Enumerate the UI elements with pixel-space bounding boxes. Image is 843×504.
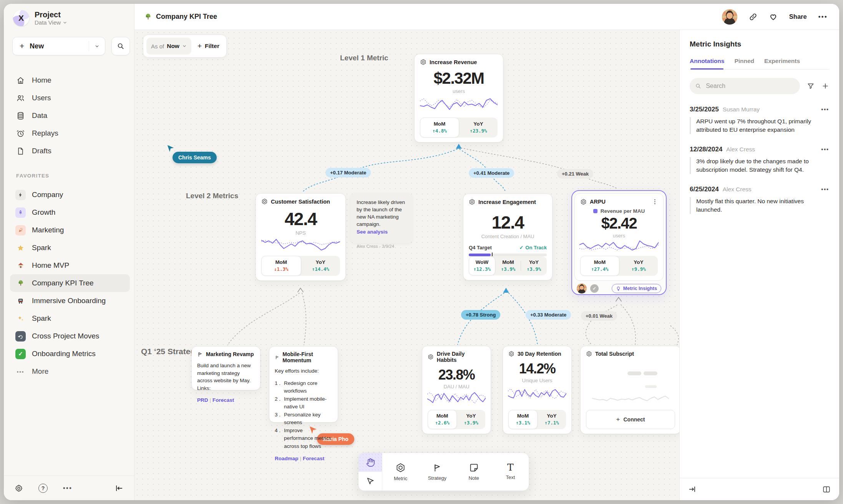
sidebar-item-company[interactable]: Company <box>10 186 130 204</box>
sidebar-item-drafts[interactable]: Drafts <box>10 142 130 160</box>
metric-card-arpu[interactable]: ARPU ⋮ Revenue per MAU $2.42 users MoM ↑… <box>574 193 664 281</box>
metric-value: $2.32M <box>420 69 498 88</box>
sidebar-item-marketing[interactable]: Marketing <box>10 221 130 239</box>
stat-chip-mom[interactable]: MoM ↑27.4% <box>580 256 619 276</box>
see-analysis-link[interactable]: See analysis <box>357 228 406 235</box>
metric-hexagon-icon <box>428 354 434 360</box>
metric-hexagon-icon <box>469 199 475 205</box>
annotations-search[interactable] <box>690 78 800 94</box>
panel-footer <box>680 478 839 500</box>
sidebar-item-spark-2[interactable]: Spark <box>10 310 130 327</box>
tab-experiments[interactable]: Experiments <box>764 58 800 69</box>
stat-chip-yoy[interactable]: YoY ↑14.4% <box>301 256 340 276</box>
sidebar-item-spark[interactable]: Spark <box>10 239 130 257</box>
select-tool[interactable] <box>358 472 382 491</box>
strategy-intro: Key efforts include: <box>275 367 332 375</box>
plus-icon: + <box>197 42 202 50</box>
split-view-icon[interactable] <box>822 485 831 494</box>
strategy-card-marketing-revamp[interactable]: Marketing Revamp Build and launch a new … <box>191 346 261 390</box>
stat-chip-mom[interactable]: MoM ↑4.8% <box>420 118 459 138</box>
metric-card-customer-satisfaction[interactable]: Customer Satisfaction 42.4 NPS MoM ↓1.3%… <box>256 193 346 281</box>
project-switcher[interactable]: X Project Data View <box>13 10 67 26</box>
filter-funnel-icon[interactable] <box>807 82 815 90</box>
add-annotation-icon[interactable] <box>821 82 829 90</box>
stat-chip-yoy[interactable]: YoY ↑3.9% <box>457 410 485 429</box>
annotation-text: 3% drop likely due to the changes made t… <box>690 157 829 174</box>
forecast-link[interactable]: Forecast <box>303 456 324 461</box>
skeleton-bar <box>644 371 657 375</box>
annotation-entry: 6/25/2024 Alex Cress ••• Mostly flat thi… <box>690 186 829 214</box>
metric-card-arpu-selected[interactable]: ARPU ⋮ Revenue per MAU $2.42 users MoM ↑… <box>571 190 667 295</box>
metric-card-drive-daily-habbits[interactable]: Drive Daily Habbits 23.8% DAU / MAU MoM … <box>422 346 491 434</box>
roadmap-link[interactable]: Roadmap <box>275 456 299 461</box>
more-options-icon[interactable]: ••• <box>63 485 72 492</box>
prd-link[interactable]: PRD <box>197 397 208 403</box>
sidebar-item-onboarding-metrics[interactable]: ✓ Onboarding Metrics <box>10 345 130 363</box>
stat-chip-yoy[interactable]: YoY ↑3.9% <box>521 256 547 275</box>
metric-card-total-subscriptions[interactable]: Total Subscript + Connect <box>580 346 679 434</box>
replay-clock-icon <box>16 129 25 138</box>
stat-chip-mom[interactable]: MoM ↓1.3% <box>261 256 301 276</box>
metric-card-increase-revenue[interactable]: Increase Revenue $2.32M users MoM ↑4.8% … <box>414 54 503 143</box>
stat-chip-mom[interactable]: MoM ↑2.6% <box>428 410 457 429</box>
help-icon[interactable]: ? <box>38 484 48 493</box>
sidebar-item-cross-project-moves[interactable]: Cross Project Moves <box>10 327 130 345</box>
sidebar-item-home[interactable]: Home <box>10 71 130 89</box>
note-tool[interactable]: Note <box>456 453 492 491</box>
as-of-dropdown[interactable]: As ofNow <box>146 38 191 55</box>
sidebar-item-more[interactable]: ••• More <box>10 363 130 380</box>
correlation-badge: +0.17 Moderate <box>325 168 371 177</box>
stat-chip-yoy[interactable]: YoY ↑9.9% <box>619 256 658 276</box>
strategy-card-mobile-first-momentum[interactable]: Mobile-First Momentum Key efforts includ… <box>269 346 338 423</box>
forecast-link[interactable]: Forecast <box>212 397 234 403</box>
sidebar-item-growth[interactable]: Growth <box>10 204 130 221</box>
stat-chip-mom[interactable]: MoM ↑3.1% <box>508 410 538 429</box>
sidebar-search-button[interactable] <box>111 37 130 55</box>
text-tool[interactable]: T Text <box>492 453 529 491</box>
collapse-panel-icon[interactable] <box>688 485 696 493</box>
project-view-dropdown[interactable]: Data View <box>35 19 67 26</box>
more-menu-icon[interactable]: ••• <box>818 13 828 20</box>
sidebar-item-replays[interactable]: Replays <box>10 124 130 142</box>
settings-gear-icon[interactable] <box>15 484 23 492</box>
cursor-icon <box>366 477 375 486</box>
share-button[interactable]: Share <box>789 13 807 20</box>
new-button[interactable]: + New <box>12 37 105 55</box>
correlation-badge: +0.01 Weak <box>581 311 617 321</box>
stat-chip-mom[interactable]: MoM ↑3.9% <box>495 256 521 275</box>
favorite-heart-icon[interactable] <box>769 12 778 21</box>
copy-link-icon[interactable] <box>749 13 757 21</box>
stat-chip-wow[interactable]: WoW ↑12.3% <box>469 256 495 275</box>
tab-pinned[interactable]: Pinned <box>734 58 754 69</box>
canvas-note[interactable]: Increase likely driven by the launch of … <box>350 193 412 243</box>
annotation-menu-icon[interactable]: ••• <box>821 186 829 192</box>
metric-insights-button[interactable]: Metric Insights <box>612 284 661 293</box>
new-dropdown-chevron[interactable] <box>89 41 105 51</box>
sidebar-item-users[interactable]: Users <box>10 89 130 107</box>
sidebar-item-company-kpi-tree[interactable]: Company KPI Tree <box>10 274 130 292</box>
card-menu-icon[interactable]: ⋮ <box>652 198 658 205</box>
metric-card-increase-engagement[interactable]: Increase Engagement 12.4 Content Creatio… <box>463 194 553 280</box>
note-byline: Alex Cress - 3/9/24 <box>357 243 406 249</box>
search-input[interactable] <box>705 82 795 90</box>
user-avatar[interactable] <box>722 9 737 25</box>
annotation-menu-icon[interactable]: ••• <box>821 106 829 113</box>
metric-tool[interactable]: Metric <box>382 453 419 491</box>
sidebar-item-home-mvp[interactable]: Home MVP <box>10 257 130 274</box>
kpi-tree-canvas[interactable]: As ofNow + Filter Level 1 Metric Level 2… <box>134 30 679 500</box>
annotation-author: Susan Murray <box>723 106 760 113</box>
tab-annotations[interactable]: Annotations <box>690 58 724 69</box>
hand-tool[interactable] <box>358 453 382 472</box>
stat-chip-yoy[interactable]: YoY ↑23.9% <box>459 118 498 138</box>
strategy-tool[interactable]: Strategy <box>419 453 455 491</box>
metric-card-30-day-retention[interactable]: 30 Day Retention 14.2% Unique Users MoM … <box>503 346 572 434</box>
connect-button[interactable]: + Connect <box>586 410 675 429</box>
collapse-sidebar-icon[interactable] <box>115 484 123 492</box>
sidebar-item-data[interactable]: Data <box>10 107 130 124</box>
metric-value: 42.4 <box>261 209 340 229</box>
sidebar-item-immersive-onboarding[interactable]: Immersive Onboarding <box>10 292 130 310</box>
annotation-menu-icon[interactable]: ••• <box>821 146 829 153</box>
strategy-flag-icon <box>275 355 279 360</box>
filter-button[interactable]: + Filter <box>197 42 219 50</box>
stat-chip-yoy[interactable]: YoY ↑7.1% <box>538 410 566 429</box>
